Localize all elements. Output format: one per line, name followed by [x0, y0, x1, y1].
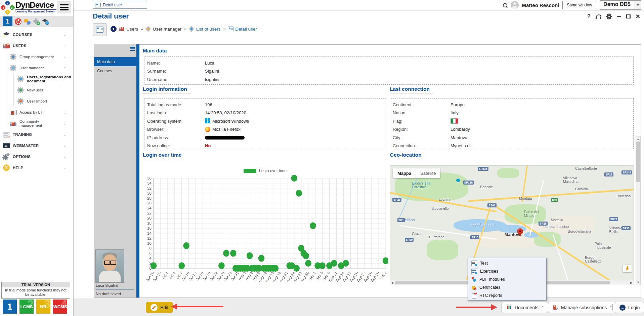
- data-point: [178, 262, 185, 269]
- back-icon[interactable]: [111, 26, 117, 32]
- map-vertical-scrollbar[interactable]: ▲ ▼: [636, 136, 641, 285]
- documents-menu: TestExercisesPDF modulesCertificatesRTC …: [468, 258, 547, 301]
- same-window-button[interactable]: Same window: [562, 1, 596, 9]
- expand-arrow-icon[interactable]: ↓: [64, 154, 66, 159]
- workspace-number[interactable]: 1: [3, 16, 12, 26]
- sidebar-item-training[interactable]: TRAINING↓: [0, 129, 73, 140]
- road-badge: SP28: [539, 222, 548, 226]
- streetview-pegman-icon[interactable]: [623, 265, 632, 272]
- current-user-name[interactable]: Matteo Resconi: [522, 2, 559, 8]
- sidebar-item-users[interactable]: USERS↑: [0, 40, 73, 51]
- site-selector[interactable]: Demo DD5: [600, 0, 641, 10]
- sidebar-item-user-manager[interactable]: User manager↑: [0, 62, 73, 73]
- settings-gear-icon[interactable]: [606, 14, 612, 19]
- map-place-label: Curtatone: [429, 235, 444, 239]
- sidebar-item-access-by-lti[interactable]: Access by LTI↓: [0, 107, 73, 118]
- road-badge: SP1: [397, 218, 405, 222]
- menu-item-exercises[interactable]: Exercises: [468, 267, 546, 275]
- sidebar-hamburger-icon[interactable]: [57, 1, 71, 13]
- product-wcms[interactable]: 4WCMS: [53, 300, 67, 314]
- field-row: Last login:14:20:58, 02/10/2020: [147, 109, 386, 117]
- annotation-arrow-left: [177, 306, 223, 307]
- map-place-label: Ghisiolo: [575, 187, 588, 191]
- map-road: [553, 235, 569, 280]
- detail-user-shortcut-button[interactable]: [93, 23, 107, 36]
- scroll-right-icon[interactable]: ▶: [629, 280, 634, 285]
- minimize-icon[interactable]: [617, 16, 621, 17]
- map-green-area: [427, 240, 458, 260]
- road-badge: SP236: [463, 181, 474, 185]
- sidebar-item-new-user[interactable]: New user: [0, 84, 73, 95]
- login-button[interactable]: Login: [615, 302, 644, 313]
- menu-item-rtc-reports[interactable]: RTC reports: [468, 291, 546, 300]
- map-marker[interactable]: [517, 228, 523, 238]
- search-icon[interactable]: [503, 3, 507, 7]
- login-arrow-icon: [619, 305, 626, 311]
- collapse-arrow-icon[interactable]: ↑: [64, 66, 66, 70]
- sidebar-item-courses[interactable]: COURSES↓: [0, 29, 73, 40]
- expand-arrow-icon[interactable]: ↓: [64, 54, 66, 59]
- product-switcher: 12LCMS3HR4WCMS: [0, 300, 73, 314]
- help-icon[interactable]: ?: [587, 13, 591, 20]
- scroll-down-icon[interactable]: ▼: [636, 280, 640, 284]
- sidebar-item-webmaster[interactable]: WEBMASTER↓: [0, 140, 73, 151]
- road-badge: SP249: [621, 170, 632, 174]
- community-icon: [9, 120, 17, 127]
- field-value: Mantova: [450, 135, 467, 140]
- product-hr[interactable]: 3HR: [36, 300, 50, 314]
- map-place-label: Castelbelforte: [575, 167, 597, 170]
- gear-plus-icon[interactable]: [33, 18, 40, 25]
- sidebar-item-user-import[interactable]: User Import: [0, 95, 73, 107]
- menu-item-test[interactable]: Test: [468, 259, 546, 267]
- tab-courses[interactable]: Courses: [94, 66, 136, 75]
- edit-button[interactable]: Edit: [146, 302, 173, 313]
- data-point: [291, 175, 297, 182]
- scroll-left-icon[interactable]: ◀: [390, 280, 394, 285]
- panel-hamburger-icon[interactable]: [130, 47, 135, 51]
- menu-item-certificates[interactable]: Certificates: [468, 283, 546, 291]
- course-badge-icon[interactable]: [42, 18, 49, 25]
- chat-icon[interactable]: [24, 18, 31, 25]
- restore-window-icon[interactable]: [626, 14, 631, 18]
- field-value: Mozilla Firefox: [205, 127, 241, 132]
- expand-arrow-icon[interactable]: ↓: [64, 165, 66, 170]
- map-type-mappa[interactable]: Mappa: [393, 168, 416, 178]
- breadcrumb-item-user-manager[interactable]: User manager: [145, 26, 182, 32]
- expand-arrow-icon[interactable]: ↓: [64, 143, 66, 148]
- sidebar-item-community-management[interactable]: Community management↓: [0, 118, 73, 129]
- sidebar-item-help[interactable]: HELP↓: [0, 162, 73, 173]
- scroll-up-icon[interactable]: ▲: [636, 137, 640, 141]
- sidebar-item-options[interactable]: OPTIONS↓: [0, 151, 73, 162]
- breadcrumb-item-detail-user[interactable]: Detail user: [228, 27, 257, 32]
- breadcrumb-item-users[interactable]: Users: [119, 26, 138, 32]
- courses-icon: [3, 31, 10, 38]
- headset-support-icon[interactable]: [596, 14, 601, 19]
- sidebar-item-group-management[interactable]: Group management↓: [0, 51, 73, 62]
- field-row: Name:Luca: [147, 59, 633, 67]
- expand-arrow-icon[interactable]: ↓: [64, 110, 66, 115]
- manage-subscriptions-button[interactable]: Manage subscriptions ^: [548, 302, 616, 313]
- avatar[interactable]: [511, 1, 519, 9]
- collapse-arrow-icon[interactable]: ↑: [64, 43, 66, 48]
- documents-button[interactable]: Documents ^: [501, 302, 548, 313]
- product-suite-1[interactable]: 1: [3, 300, 17, 314]
- product-lcms[interactable]: 2LCMS: [19, 300, 34, 314]
- map-type-satellite[interactable]: Satellite: [416, 168, 440, 178]
- expand-arrow-icon[interactable]: ↓: [64, 32, 66, 37]
- close-icon[interactable]: ×: [636, 14, 640, 19]
- expand-arrow-icon[interactable]: ↓: [64, 121, 66, 126]
- breadcrumb-separator: »: [184, 27, 186, 32]
- power-icon[interactable]: [15, 18, 22, 25]
- map-poi-icon[interactable]: [456, 178, 460, 183]
- field-value: lsigalini: [205, 77, 219, 82]
- open-page-tab[interactable]: Detail user: [93, 1, 147, 9]
- data-point: [310, 222, 316, 229]
- map-place-label: Montata: [519, 197, 532, 200]
- data-point: [247, 252, 253, 259]
- expand-arrow-icon[interactable]: ↓: [64, 132, 66, 137]
- menu-item-pdf-modules[interactable]: PDF modules: [468, 275, 546, 283]
- sidebar-item-users-registrations-and-document[interactable]: Users, registrations and document: [0, 73, 73, 84]
- tab-main-data[interactable]: Main data: [94, 57, 136, 66]
- breadcrumb-item-list-of-users[interactable]: List of users: [189, 26, 221, 32]
- workspace-row: 1: [0, 16, 73, 27]
